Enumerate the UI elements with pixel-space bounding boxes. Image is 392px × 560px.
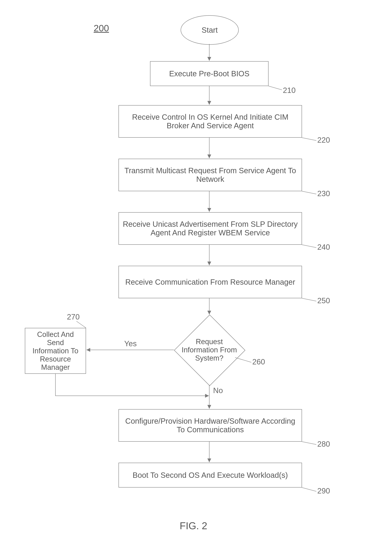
box-210-text: Execute Pre-Boot BIOS [169,70,249,78]
edge-no-label: No [213,386,223,395]
box-250-text: Receive Communication From Resource Mana… [125,278,295,286]
box-220-text: Receive Control In OS Kernel And Initiat… [123,113,298,130]
label-270: 270 [67,313,80,321]
figure-caption: FIG. 2 [180,520,207,531]
box-230-text: Transmit Multicast Request From Service … [123,166,298,184]
svg-line-9 [269,86,282,90]
figure-number: 200 [94,23,109,33]
box-240: Receive Unicast Advertisement From SLP D… [118,212,302,245]
diamond-260-text: Request Information From System? [177,338,242,362]
edge-yes-label: Yes [124,339,137,348]
box-290-text: Boot To Second OS And Execute Workload(s… [133,471,288,480]
svg-line-17 [302,488,316,491]
start-text: Start [202,26,218,34]
label-240: 240 [317,243,330,251]
start-node: Start [181,15,239,45]
box-250: Receive Communication From Resource Mana… [118,266,302,298]
svg-line-10 [302,138,316,140]
flowchart-canvas: 200 Start Execute Pre-Boot BIOS 210 Rece… [0,0,392,560]
box-230: Transmit Multicast Request From Service … [118,159,302,191]
label-210: 210 [283,86,296,95]
box-280: Configure/Provision Hardware/Software Ac… [118,409,302,442]
svg-line-16 [302,442,316,445]
label-290: 290 [317,487,330,495]
box-210: Execute Pre-Boot BIOS [150,61,269,86]
box-270-text: Collect And Send Information To Resource… [29,330,82,371]
svg-line-12 [302,245,316,248]
svg-line-15 [77,321,86,328]
label-250: 250 [317,296,330,305]
label-260: 260 [252,358,265,366]
svg-line-13 [302,298,316,301]
box-290: Boot To Second OS And Execute Workload(s… [118,463,302,488]
diamond-260-text-wrap: Request Information From System? [177,325,242,375]
box-280-text: Configure/Provision Hardware/Software Ac… [123,417,298,434]
label-220: 220 [317,136,330,144]
box-220: Receive Control In OS Kernel And Initiat… [118,105,302,138]
label-230: 230 [317,189,330,198]
box-240-text: Receive Unicast Advertisement From SLP D… [123,220,298,237]
box-270: Collect And Send Information To Resource… [25,328,86,374]
svg-line-11 [302,191,316,194]
label-280: 280 [317,440,330,448]
